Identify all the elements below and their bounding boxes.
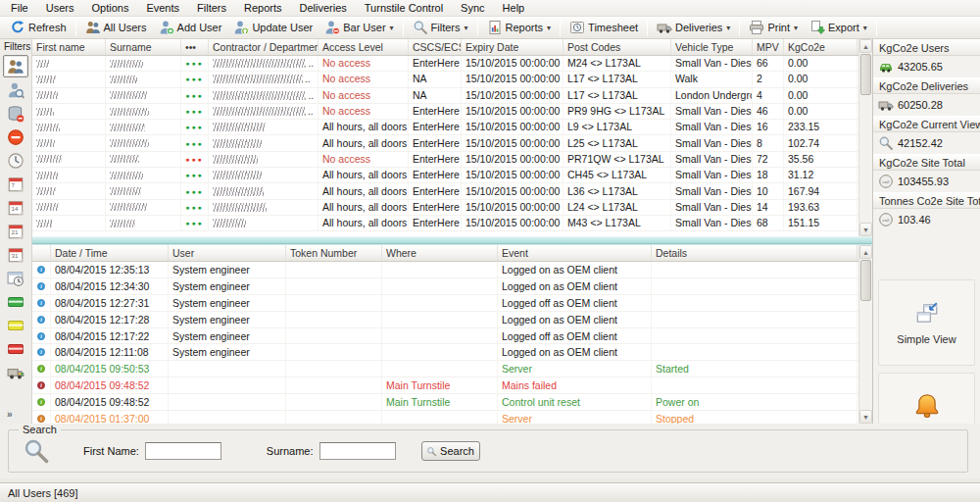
users-table-scrollbar[interactable]: ▲ ▼ (858, 39, 872, 236)
event-row[interactable]: i08/04/2015 01:37:00ServerStopped (32, 411, 872, 424)
vehicle-type-cell: Small Van - Diesel (671, 120, 753, 134)
filter-find-user[interactable] (3, 78, 28, 101)
scroll-thumb[interactable] (860, 260, 871, 301)
filter-red-cards[interactable] (3, 337, 28, 360)
event-row[interactable]: i08/04/2015 12:11:08System engineerLogge… (32, 344, 872, 361)
user-row[interactable]: ●●●..No accessEnterHere15/10/2015 00:00:… (32, 104, 872, 120)
surname-input[interactable] (319, 442, 396, 460)
user-row[interactable]: ●●●All hours, all doorsEnterHere15/10/20… (32, 168, 872, 183)
user-row[interactable]: ●●●All hours, all doorsEnterHere15/10/20… (32, 183, 872, 199)
events-col-where[interactable]: Where (382, 245, 498, 261)
users-col-[interactable]: ••• (181, 39, 209, 55)
filter-recent-time[interactable] (3, 149, 28, 172)
toolbar-separator (403, 19, 404, 36)
user-row[interactable]: ●●●All hours, all doorsEnterHere15/10/20… (32, 120, 872, 135)
scroll-down-icon[interactable]: ▼ (859, 223, 872, 236)
users-col-kgco2e[interactable]: KgCo2e (784, 39, 858, 55)
users-col-mpv[interactable]: MPV (753, 39, 784, 55)
all-users-button[interactable]: All Users (79, 18, 153, 38)
filter-last-14-days[interactable]: 14 (3, 196, 28, 219)
users-col-vehicle-type[interactable]: Vehicle Type (671, 39, 753, 55)
menu-item-help[interactable]: Help (494, 1, 534, 15)
menu-item-events[interactable]: Events (137, 1, 188, 15)
events-col-token-number[interactable]: Token Number (286, 245, 382, 261)
deliveries-button[interactable]: Deliveries▾ (651, 18, 736, 38)
first-name-input[interactable] (145, 442, 221, 460)
user-row[interactable]: ●●●All hours, all doorsEnterHere15/10/20… (32, 216, 872, 231)
filter-all-users[interactable] (3, 55, 28, 77)
simple-view-button[interactable]: Simple View (878, 279, 975, 366)
event-row[interactable]: i08/04/2015 09:48:52Main TurnstileContro… (32, 394, 872, 411)
user-row[interactable]: ●●●..No accessEnterHere15/10/2015 00:00:… (32, 56, 872, 72)
events-col-date-time[interactable]: Date / Time (51, 245, 169, 261)
filter-green-cards[interactable] (3, 290, 28, 313)
vehicle-type-cell: Small Van - Diesel (671, 216, 753, 230)
filter-barred-users[interactable] (3, 126, 28, 148)
events-table-scrollbar[interactable]: ▲ ▼ (858, 245, 872, 424)
filter-last-21-days[interactable]: 21 (3, 220, 28, 242)
menu-item-reports[interactable]: Reports (235, 1, 291, 15)
search-button[interactable]: Search (421, 441, 480, 461)
user-row[interactable]: ●●●All hours, all doorsEnterHere15/10/20… (32, 135, 872, 151)
co2-icon: co2 (878, 174, 894, 189)
menu-item-sync[interactable]: Sync (452, 1, 493, 15)
token-number-cell (286, 328, 382, 344)
filter-last-31-days[interactable]: 31 (3, 243, 28, 266)
splitter[interactable] (32, 236, 872, 244)
filter-time-window[interactable] (3, 267, 28, 289)
event-row[interactable]: i08/04/2015 12:17:28System engineerLogge… (32, 312, 872, 328)
token-number-cell (286, 361, 382, 376)
add-user-button[interactable]: Add User (153, 18, 228, 38)
user-row[interactable]: ●●●..No accessNA15/10/2015 00:00:00L17 <… (32, 88, 872, 104)
user-row[interactable]: ●●●..No accessNA15/10/2015 00:00:00L17 <… (32, 72, 872, 87)
users-col-access-level[interactable]: Access Level (318, 39, 409, 55)
kgco2e-cell: 151.15 (784, 216, 858, 230)
scroll-down-icon[interactable]: ▼ (859, 410, 872, 424)
user-row[interactable]: ●●●No accessEnterHere15/10/2015 00:00:00… (32, 152, 872, 168)
menu-item-turnstile-control[interactable]: Turnstile Control (356, 1, 452, 15)
toolbar-separator (75, 19, 76, 36)
users-col-surname[interactable]: Surname (106, 39, 181, 55)
events-col-details[interactable]: Details (652, 245, 858, 261)
update-user-button[interactable]: Update User (227, 18, 318, 38)
scroll-up-icon[interactable]: ▲ (859, 39, 872, 53)
event-row[interactable]: i08/04/2015 09:50:53ServerStarted (32, 361, 872, 377)
event-row[interactable]: i08/04/2015 12:34:30System engineerLogge… (32, 278, 872, 295)
surname-cell (106, 168, 181, 182)
event-row[interactable]: i08/04/2015 12:35:13System engineerLogge… (32, 262, 872, 278)
filter-yellow-cards[interactable] (3, 314, 28, 336)
events-col-user[interactable]: User (169, 245, 286, 261)
scroll-up-icon[interactable]: ▲ (859, 245, 872, 259)
menu-item-deliveries[interactable]: Deliveries (291, 1, 356, 15)
print-button[interactable]: Print▾ (743, 18, 804, 38)
filters-button[interactable]: Filters▾ (407, 18, 474, 38)
users-col-cscs-ecs-no[interactable]: CSCS/ECS No. (409, 39, 462, 55)
collapse-chevron-icon[interactable]: » (7, 409, 13, 420)
toolbar-label: Add User (177, 22, 222, 33)
event-row[interactable]: i08/04/2015 12:17:22System engineerLogge… (32, 328, 872, 345)
menu-item-filters[interactable]: Filters (188, 1, 235, 15)
scroll-thumb[interactable] (860, 54, 871, 95)
event-row[interactable]: i08/04/2015 09:48:52Main TurnstileMains … (32, 377, 872, 394)
user-row[interactable]: ●●●All hours, all doorsEnterHere15/10/20… (32, 200, 872, 216)
timesheet-button[interactable]: Timesheet (564, 18, 644, 38)
users-col-contractor-department[interactable]: Contractor / Department (209, 39, 318, 55)
event-row[interactable]: i08/04/2015 12:27:31System engineerLogge… (32, 295, 872, 312)
menu-item-users[interactable]: Users (37, 1, 83, 15)
filter-database-barred[interactable] (3, 102, 28, 125)
filter-deliveries[interactable] (3, 361, 28, 383)
users-col-expiry-date[interactable]: Expiry Date (462, 39, 564, 55)
reports-button[interactable]: Reports▾ (481, 18, 558, 38)
events-col-event[interactable]: Event (498, 245, 652, 261)
users-col-post-codes[interactable]: Post Codes (564, 39, 671, 55)
bar-user-button[interactable]: Bar User▾ (318, 18, 399, 38)
status-dots-cell: ●●● (181, 120, 209, 134)
menu-item-file[interactable]: File (2, 1, 37, 15)
kgco2e-cell: 0.00 (784, 104, 858, 119)
filter-last-7-days[interactable]: 7 (3, 173, 28, 195)
export-button[interactable]: Export▾ (804, 18, 873, 38)
users-col-first-name[interactable]: First name (32, 39, 106, 55)
redacted-surname (110, 139, 149, 147)
refresh-button[interactable]: Refresh (4, 18, 73, 38)
menu-item-options[interactable]: Options (82, 1, 137, 15)
